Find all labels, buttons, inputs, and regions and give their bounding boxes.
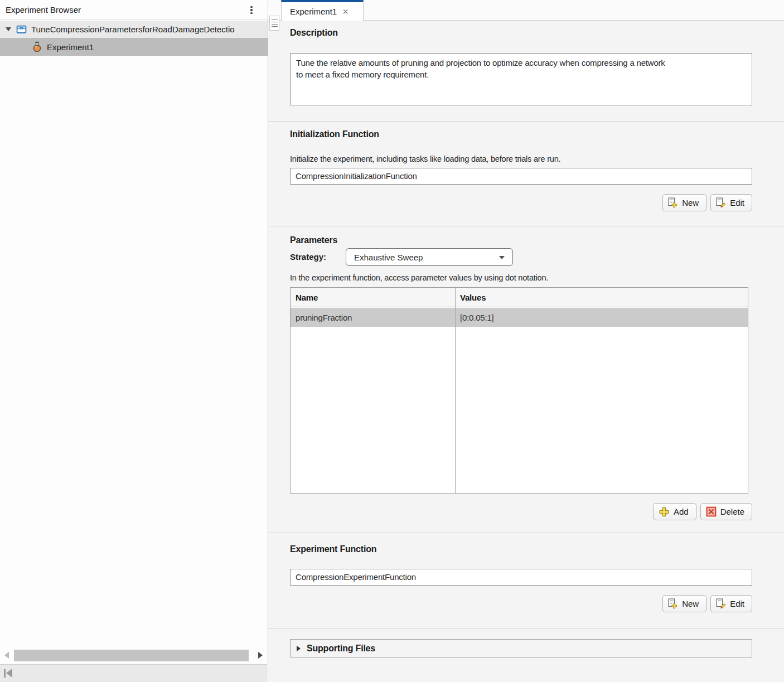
tab-label: Experiment1 [290,7,337,16]
strategy-value: Exhaustive Sweep [354,253,423,262]
edit-script-icon [716,197,726,208]
initialization-button-row: New Edit [662,194,752,211]
experiment-function-field[interactable]: CompressionExperimentFunction [290,569,752,586]
section-divider [268,628,784,629]
cell-parameter-values[interactable]: [0:0.05:1] [455,308,748,327]
experiment-button-row: New Edit [662,595,752,612]
experiment-flask-icon [32,41,42,52]
tree-item-project-label: TuneCompressionParametersforRoadDamageDe… [31,25,235,34]
chevron-down-icon [499,256,505,259]
table-row[interactable]: pruningFraction [0:0.05:1] [291,308,748,327]
parameters-heading: Parameters [290,235,337,245]
project-box-icon [16,24,27,35]
init-new-button[interactable]: New [662,194,706,211]
experiment-browser-panel: Experiment Browser TuneCompressionParame… [0,0,268,682]
experiment-edit-label: Edit [730,599,744,608]
column-header-name[interactable]: Name [291,288,455,307]
tab-experiment1[interactable]: Experiment1 × [281,0,364,21]
kebab-menu-icon[interactable] [248,4,255,16]
experiment-new-button[interactable]: New [662,595,706,612]
delete-x-icon [706,506,717,517]
experiment-new-label: New [682,599,699,608]
column-header-values[interactable]: Values [455,288,748,307]
new-script-icon [668,598,678,609]
strategy-label: Strategy: [290,252,326,262]
browser-footer-bar [0,664,267,682]
parameters-button-row: Add Delete [653,503,752,520]
delete-parameter-button[interactable]: Delete [700,503,752,520]
strategy-dropdown[interactable]: Exhaustive Sweep [346,248,513,266]
close-icon[interactable]: × [342,7,349,17]
tab-grip-icon[interactable] [269,16,279,31]
tree-item-experiment1-label: Experiment1 [47,42,94,52]
description-textarea[interactable]: Tune the relative amounts of pruning and… [290,53,752,105]
init-edit-label: Edit [730,198,744,207]
init-new-label: New [682,198,699,207]
browser-title: Experiment Browser [0,5,81,14]
initialization-heading: Initialization Function [290,129,379,139]
add-parameter-button[interactable]: Add [653,503,696,520]
section-divider [268,226,784,226]
section-divider [268,121,784,122]
supporting-files-section[interactable]: Supporting Files [290,639,752,657]
initialization-hint: Initialize the experiment, including tas… [290,154,560,163]
tree-item-project[interactable]: TuneCompressionParametersforRoadDamageDe… [0,21,268,38]
experiment-function-heading: Experiment Function [290,544,376,554]
tree-item-experiment1[interactable]: Experiment1 [0,38,268,56]
add-label: Add [674,507,689,516]
collapse-panel-icon[interactable] [4,669,13,678]
new-script-icon [668,197,678,208]
init-edit-button[interactable]: Edit [710,194,752,211]
initialization-function-field[interactable]: CompressionInitializationFunction [290,168,752,185]
table-header-row: Name Values [291,288,748,307]
chevron-right-icon[interactable] [297,646,301,651]
scroll-left-icon[interactable] [4,652,9,659]
edit-script-icon [716,598,726,609]
experiment-edit-button[interactable]: Edit [710,595,752,612]
scroll-right-icon[interactable] [258,652,263,659]
parameters-hint: In the experiment function, access param… [290,273,548,282]
browser-header: Experiment Browser [0,0,268,20]
cell-parameter-name[interactable]: pruningFraction [291,308,455,327]
chevron-down-icon[interactable] [6,27,11,31]
scrollbar-thumb[interactable] [14,650,249,661]
section-divider [268,533,784,533]
add-plus-icon [659,506,670,517]
document-area: Experiment1 × Description Tune the relat… [268,0,784,682]
parameters-table[interactable]: Name Values pruningFraction [0:0.05:1] [290,287,748,494]
browser-horizontal-scrollbar[interactable] [0,647,267,664]
supporting-files-heading: Supporting Files [307,644,375,654]
column-divider [455,288,456,493]
description-heading: Description [290,28,338,38]
delete-label: Delete [720,507,744,516]
